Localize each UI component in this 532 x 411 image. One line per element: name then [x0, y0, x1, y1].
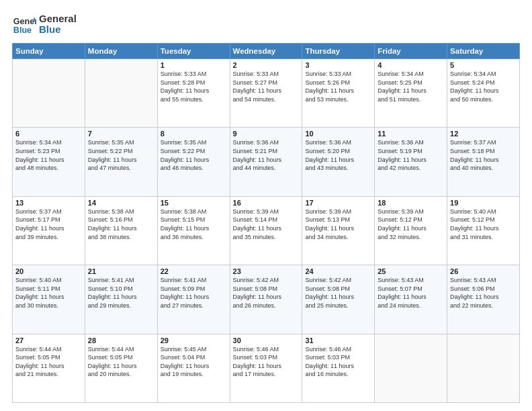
day-number: 24 — [305, 267, 371, 275]
calendar-cell: 18Sunrise: 5:39 AM Sunset: 5:12 PM Dayli… — [375, 196, 447, 265]
calendar-cell: 31Sunrise: 5:46 AM Sunset: 5:03 PM Dayli… — [302, 334, 375, 402]
day-number: 23 — [233, 267, 300, 275]
calendar-cell: 11Sunrise: 5:36 AM Sunset: 5:19 PM Dayli… — [375, 128, 447, 196]
day-number: 25 — [378, 267, 444, 275]
day-number: 21 — [88, 267, 154, 275]
calendar-cell: 27Sunrise: 5:44 AM Sunset: 5:05 PM Dayli… — [13, 334, 85, 402]
day-detail: Sunrise: 5:40 AM Sunset: 5:12 PM Dayligh… — [450, 208, 517, 241]
day-number: 31 — [305, 336, 371, 345]
day-number: 17 — [305, 199, 371, 207]
day-number: 7 — [88, 130, 154, 138]
day-number: 27 — [15, 336, 82, 345]
day-detail: Sunrise: 5:34 AM Sunset: 5:24 PM Dayligh… — [450, 70, 517, 103]
calendar-cell: 30Sunrise: 5:46 AM Sunset: 5:03 PM Dayli… — [230, 334, 302, 402]
day-detail: Sunrise: 5:39 AM Sunset: 5:13 PM Dayligh… — [305, 208, 371, 241]
day-detail: Sunrise: 5:41 AM Sunset: 5:09 PM Dayligh… — [161, 276, 227, 310]
week-row-3: 13Sunrise: 5:37 AM Sunset: 5:17 PM Dayli… — [13, 196, 520, 265]
calendar-cell: 28Sunrise: 5:44 AM Sunset: 5:05 PM Dayli… — [85, 334, 157, 402]
day-detail: Sunrise: 5:36 AM Sunset: 5:20 PM Dayligh… — [305, 138, 371, 172]
logo: General Blue General Blue — [12, 12, 77, 36]
day-number: 14 — [88, 199, 154, 207]
day-number: 5 — [450, 61, 517, 69]
day-number: 4 — [378, 61, 444, 69]
day-number: 26 — [450, 267, 517, 275]
day-detail: Sunrise: 5:34 AM Sunset: 5:25 PM Dayligh… — [378, 70, 444, 103]
day-number: 10 — [305, 130, 371, 138]
day-detail: Sunrise: 5:37 AM Sunset: 5:18 PM Dayligh… — [450, 138, 517, 172]
page: General Blue General Blue SundayMondayTu… — [0, 0, 532, 411]
logo-icon: General Blue — [12, 12, 36, 36]
week-row-4: 20Sunrise: 5:40 AM Sunset: 5:11 PM Dayli… — [13, 265, 520, 334]
day-detail: Sunrise: 5:33 AM Sunset: 5:26 PM Dayligh… — [305, 70, 371, 103]
day-detail: Sunrise: 5:42 AM Sunset: 5:08 PM Dayligh… — [305, 276, 371, 310]
day-detail: Sunrise: 5:39 AM Sunset: 5:12 PM Dayligh… — [378, 208, 444, 241]
week-row-2: 6Sunrise: 5:34 AM Sunset: 5:23 PM Daylig… — [13, 128, 520, 196]
day-detail: Sunrise: 5:43 AM Sunset: 5:07 PM Dayligh… — [378, 276, 444, 310]
weekday-header-friday: Friday — [375, 44, 447, 59]
weekday-header-monday: Monday — [85, 44, 157, 59]
day-number: 2 — [233, 61, 300, 69]
calendar-table: SundayMondayTuesdayWednesdayThursdayFrid… — [12, 43, 520, 403]
day-number: 29 — [161, 336, 227, 345]
calendar-cell: 8Sunrise: 5:35 AM Sunset: 5:22 PM Daylig… — [157, 128, 230, 196]
week-row-1: 1Sunrise: 5:33 AM Sunset: 5:28 PM Daylig… — [13, 59, 520, 128]
day-number: 28 — [88, 336, 154, 345]
calendar-cell: 14Sunrise: 5:38 AM Sunset: 5:16 PM Dayli… — [85, 196, 157, 265]
day-detail: Sunrise: 5:36 AM Sunset: 5:21 PM Dayligh… — [233, 138, 300, 172]
calendar-cell: 6Sunrise: 5:34 AM Sunset: 5:23 PM Daylig… — [13, 128, 85, 196]
calendar-cell: 17Sunrise: 5:39 AM Sunset: 5:13 PM Dayli… — [302, 196, 375, 265]
calendar-cell: 10Sunrise: 5:36 AM Sunset: 5:20 PM Dayli… — [302, 128, 375, 196]
calendar-cell: 24Sunrise: 5:42 AM Sunset: 5:08 PM Dayli… — [302, 265, 375, 334]
weekday-header-row: SundayMondayTuesdayWednesdayThursdayFrid… — [13, 44, 520, 59]
day-number: 18 — [378, 199, 444, 207]
day-detail: Sunrise: 5:33 AM Sunset: 5:27 PM Dayligh… — [233, 70, 300, 103]
day-detail: Sunrise: 5:33 AM Sunset: 5:28 PM Dayligh… — [161, 70, 227, 103]
calendar-cell: 5Sunrise: 5:34 AM Sunset: 5:24 PM Daylig… — [447, 59, 520, 128]
logo-general: General — [39, 13, 77, 25]
calendar-cell: 7Sunrise: 5:35 AM Sunset: 5:22 PM Daylig… — [85, 128, 157, 196]
day-detail: Sunrise: 5:45 AM Sunset: 5:04 PM Dayligh… — [161, 345, 227, 379]
calendar-cell: 13Sunrise: 5:37 AM Sunset: 5:17 PM Dayli… — [13, 196, 85, 265]
day-detail: Sunrise: 5:44 AM Sunset: 5:05 PM Dayligh… — [88, 345, 154, 379]
day-detail: Sunrise: 5:41 AM Sunset: 5:10 PM Dayligh… — [88, 276, 154, 310]
day-detail: Sunrise: 5:42 AM Sunset: 5:08 PM Dayligh… — [233, 276, 300, 310]
day-number: 13 — [15, 199, 82, 207]
weekday-header-thursday: Thursday — [302, 44, 375, 59]
calendar-cell — [85, 59, 157, 128]
calendar-cell: 23Sunrise: 5:42 AM Sunset: 5:08 PM Dayli… — [230, 265, 302, 334]
calendar-cell: 2Sunrise: 5:33 AM Sunset: 5:27 PM Daylig… — [230, 59, 302, 128]
weekday-header-tuesday: Tuesday — [157, 44, 230, 59]
day-number: 8 — [161, 130, 227, 138]
calendar-cell: 3Sunrise: 5:33 AM Sunset: 5:26 PM Daylig… — [302, 59, 375, 128]
day-number: 3 — [305, 61, 371, 69]
day-number: 6 — [15, 130, 82, 138]
day-detail: Sunrise: 5:39 AM Sunset: 5:14 PM Dayligh… — [233, 208, 300, 241]
day-detail: Sunrise: 5:40 AM Sunset: 5:11 PM Dayligh… — [15, 276, 82, 310]
day-detail: Sunrise: 5:35 AM Sunset: 5:22 PM Dayligh… — [88, 138, 154, 172]
logo-blue: Blue — [39, 24, 77, 36]
calendar-cell: 15Sunrise: 5:38 AM Sunset: 5:15 PM Dayli… — [157, 196, 230, 265]
day-detail: Sunrise: 5:46 AM Sunset: 5:03 PM Dayligh… — [233, 345, 300, 379]
header: General Blue General Blue — [12, 12, 520, 36]
calendar-cell: 21Sunrise: 5:41 AM Sunset: 5:10 PM Dayli… — [85, 265, 157, 334]
weekday-header-wednesday: Wednesday — [230, 44, 302, 59]
calendar-cell: 4Sunrise: 5:34 AM Sunset: 5:25 PM Daylig… — [375, 59, 447, 128]
calendar-cell — [13, 59, 85, 128]
day-number: 22 — [161, 267, 227, 275]
day-detail: Sunrise: 5:37 AM Sunset: 5:17 PM Dayligh… — [15, 208, 82, 241]
day-number: 30 — [233, 336, 300, 345]
day-detail: Sunrise: 5:36 AM Sunset: 5:19 PM Dayligh… — [378, 138, 444, 172]
calendar-cell: 22Sunrise: 5:41 AM Sunset: 5:09 PM Dayli… — [157, 265, 230, 334]
calendar-cell: 12Sunrise: 5:37 AM Sunset: 5:18 PM Dayli… — [447, 128, 520, 196]
day-detail: Sunrise: 5:43 AM Sunset: 5:06 PM Dayligh… — [450, 276, 517, 310]
day-number: 20 — [15, 267, 82, 275]
day-number: 1 — [161, 61, 227, 69]
calendar-cell: 25Sunrise: 5:43 AM Sunset: 5:07 PM Dayli… — [375, 265, 447, 334]
day-detail: Sunrise: 5:34 AM Sunset: 5:23 PM Dayligh… — [15, 138, 82, 172]
day-detail: Sunrise: 5:38 AM Sunset: 5:16 PM Dayligh… — [88, 208, 154, 241]
svg-text:Blue: Blue — [13, 26, 32, 35]
day-detail: Sunrise: 5:38 AM Sunset: 5:15 PM Dayligh… — [161, 208, 227, 241]
day-number: 19 — [450, 199, 517, 207]
weekday-header-sunday: Sunday — [13, 44, 85, 59]
week-row-5: 27Sunrise: 5:44 AM Sunset: 5:05 PM Dayli… — [13, 334, 520, 402]
